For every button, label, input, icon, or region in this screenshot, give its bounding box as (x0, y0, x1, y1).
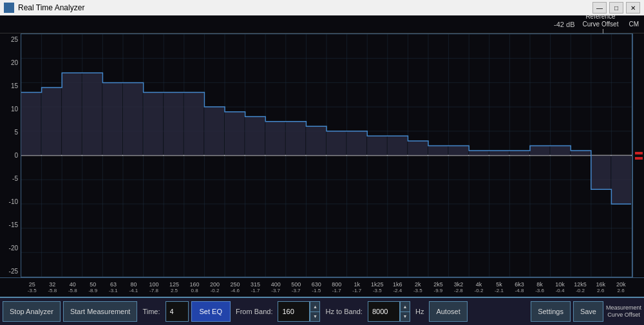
x-db-1k25: -3.5 (373, 288, 382, 293)
time-label: Time: (140, 308, 162, 315)
x-db-12k5: -0.2 (576, 288, 585, 293)
x-freq-80: 80 (130, 281, 137, 288)
stop-analyzer-button[interactable]: Stop Analyzer (3, 301, 61, 322)
to-band-value: 8000 (368, 301, 400, 322)
y-label-15: 15 (3, 82, 18, 89)
title-bar: Real Time Analyzer — □ ✕ (0, 0, 644, 15)
autoset-button[interactable]: Autoset (429, 301, 467, 322)
x-col-12k5: 12k5 -0.2 (570, 281, 591, 293)
x-freq-315: 315 (251, 281, 260, 288)
to-band-up-arrow[interactable]: ▲ (401, 302, 410, 312)
x-freq-5k: 5k (496, 281, 502, 288)
start-measurement-button[interactable]: Start Measurement (63, 301, 138, 322)
x-col-125: 125 2.5 (164, 281, 185, 293)
x-freq-4k: 4k (476, 281, 482, 288)
measurement-curve-offset-label: MeasurementCurve Offset (606, 304, 641, 319)
top-bar: -42 dB ReferenceCurve Offset I CM (0, 15, 644, 33)
measurement-label-text: MeasurementCurve Offset (606, 304, 641, 319)
y-label-neg5: -5 (3, 175, 18, 182)
x-db-2k: -3.5 (413, 288, 422, 293)
db-display: -42 dB (554, 21, 574, 28)
from-band-group: 160 ▲ ▼ (278, 301, 320, 322)
x-db-630: -1.5 (312, 288, 321, 293)
x-db-10k: -0.4 (556, 288, 565, 293)
to-band-down-arrow[interactable]: ▼ (401, 312, 410, 322)
x-db-16k: 2.6 (597, 288, 604, 293)
x-freq-500: 500 (291, 281, 301, 288)
x-db-32: -5.8 (48, 288, 57, 293)
x-col-500: 500 -3.7 (286, 281, 307, 293)
x-freq-630: 630 (312, 281, 321, 288)
x-db-160: 0.8 (191, 288, 198, 293)
y-label-neg15: -15 (3, 221, 18, 228)
right-indicator-1 (635, 152, 643, 154)
x-db-8k: -3.6 (535, 288, 544, 293)
from-band-value: 160 (278, 301, 310, 322)
x-freq-100: 100 (149, 281, 158, 288)
to-band-arrows[interactable]: ▲ ▼ (400, 301, 410, 322)
x-col-2k5: 2k5 -9.9 (428, 281, 449, 293)
analyzer-container: -42 dB ReferenceCurve Offset I CM 25 20 … (0, 15, 644, 297)
x-freq-3k2: 3k2 (454, 281, 464, 288)
x-db-315: -1.7 (251, 288, 260, 293)
minimize-button[interactable]: — (592, 2, 607, 14)
maximize-button[interactable]: □ (609, 2, 623, 14)
x-col-400: 400 -3.7 (265, 281, 286, 293)
app-icon (4, 3, 14, 13)
time-input[interactable] (166, 301, 189, 322)
hz-label2: Hz (413, 308, 426, 315)
x-freq-250: 250 (231, 281, 240, 288)
from-band-down-arrow[interactable]: ▼ (310, 312, 319, 322)
x-freq-32: 32 (49, 281, 55, 288)
settings-button[interactable]: Settings (531, 301, 571, 322)
spectrum-canvas (21, 34, 632, 277)
x-col-800: 800 -1.7 (327, 281, 347, 293)
x-freq-2k5: 2k5 (433, 281, 443, 288)
right-indicator-2 (635, 157, 643, 160)
x-col-63: 63 -3.1 (103, 281, 124, 293)
x-freq-63: 63 (110, 281, 117, 288)
y-label-neg20: -20 (3, 245, 18, 252)
from-band-up-arrow[interactable]: ▲ (310, 302, 319, 312)
x-freq-25: 25 (29, 281, 35, 288)
x-db-6k3: -4.8 (515, 288, 524, 293)
cm-label: CM (629, 21, 639, 28)
window-controls: — □ ✕ (592, 2, 640, 14)
y-label-25: 25 (3, 36, 18, 43)
x-col-250: 250 -4.6 (225, 281, 245, 293)
x-db-4k: -0.2 (475, 288, 484, 293)
x-col-2k: 2k -3.5 (408, 281, 428, 293)
save-button[interactable]: Save (573, 301, 603, 322)
x-col-40: 40 -5.8 (62, 281, 83, 293)
x-db-40: -5.8 (68, 288, 77, 293)
to-band-group: 8000 ▲ ▼ (368, 301, 410, 322)
right-panel (632, 33, 644, 277)
x-freq-6k3: 6k3 (515, 281, 524, 288)
x-col-1k25: 1k25 -3.5 (367, 281, 388, 293)
set-eq-button[interactable]: Set EQ (191, 301, 231, 322)
x-col-160: 160 0.8 (184, 281, 205, 293)
x-freq-12k5: 12k5 (574, 281, 587, 288)
from-band-arrows[interactable]: ▲ ▼ (310, 301, 320, 322)
x-freq-1k6: 1k6 (393, 281, 402, 288)
x-freq-1k: 1k (354, 281, 361, 288)
x-freq-800: 800 (332, 281, 341, 288)
x-db-800: -1.7 (332, 288, 341, 293)
x-col-32: 32 -5.8 (43, 281, 63, 293)
close-button[interactable]: ✕ (626, 2, 640, 14)
x-db-5k: -2.1 (495, 288, 504, 293)
x-db-25: -3.5 (28, 288, 37, 293)
x-col-4k: 4k -0.2 (469, 281, 489, 293)
from-band-label: From Band: (233, 308, 275, 315)
x-col-3k2: 3k2 -2.8 (448, 281, 469, 293)
y-label-neg10: -10 (3, 198, 18, 205)
x-db-20k: 2.6 (618, 288, 625, 293)
x-axis-row: 25 -3.532 -5.840 -5.850 -8.963 -3.180 -4… (0, 277, 644, 297)
window-title: Real Time Analyzer (18, 3, 589, 12)
x-col-16k: 16k 2.6 (591, 281, 611, 293)
x-freq-40: 40 (70, 281, 76, 288)
x-col-200: 200 -0.2 (205, 281, 225, 293)
x-freq-200: 200 (210, 281, 220, 288)
x-col-630: 630 -1.5 (306, 281, 327, 293)
x-col-80: 80 -4.1 (124, 281, 144, 293)
